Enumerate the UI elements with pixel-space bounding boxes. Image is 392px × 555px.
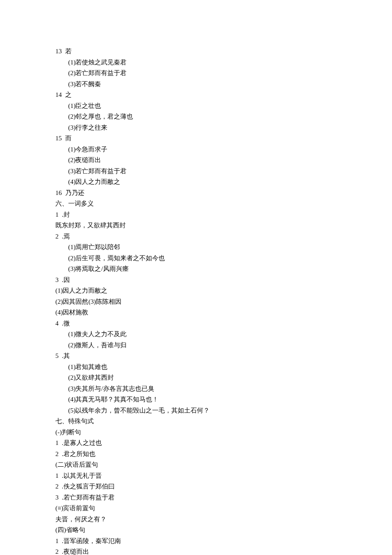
text-line: (-)判断句 [55,427,392,438]
text-line: 4 .微 [55,318,392,329]
text-line: (1)微夫人之力不及此 [55,329,392,340]
text-line: 3 .若亡郑而有益于君 [55,492,392,503]
text-line: (3)失其所与/亦各言其志也已臭 [55,384,392,395]
text-line: (2)后生可畏，焉知来者之不如今也 [55,253,392,264]
text-line: 六、一词多义 [55,198,392,209]
text-line: (3)若不阙秦 [55,79,392,90]
text-line: (四)省略句 [55,525,392,536]
text-line: 2 .焉 [55,231,392,242]
text-line: (5)以残年余力，曾不能毁山之一毛，其如土石何？ [55,405,392,416]
text-line: (1)若使烛之武见秦君 [55,57,392,68]
text-line: (4)因人之力而敝之 [55,177,392,188]
text-line: (2)微斯人，吾谁与归 [55,340,392,351]
text-line: (1)君知其难也 [55,362,392,373]
text-line: 夫晋，何厌之有？ [55,514,392,525]
text-line: (4)其真无马耶？其真不知马也！ [55,394,392,405]
text-line: (1)今急而求子 [55,144,392,155]
document-page: 13 若(1)若使烛之武见秦君(2)若亡郑而有益于君(3)若不阙秦14 之(1)… [0,0,392,555]
text-line: 13 若 [55,46,392,57]
text-line: (2)邻之厚也，君之薄也 [55,111,392,122]
text-line: (2)因其固然(3)陈陈相因 [55,296,392,308]
text-line: (1)焉用亡郑以陪邻 [55,242,392,253]
text-line: (2)夜缒而出 [55,155,392,166]
text-line: 5 .其 [55,351,392,362]
text-line: 2 .佚之狐言于郑伯曰 [55,481,392,492]
text-line: (3)将焉取之/风雨兴瘗 [55,264,392,275]
text-line: (1)因人之力而敝之 [55,285,392,296]
text-line: (≡)宾语前置句 [55,503,392,514]
text-line: 既东封郑，又欲肆其西封 [55,220,392,231]
text-line: 16 乃乃还 [55,188,392,199]
text-line: (2)若亡郑而有益于君 [55,68,392,79]
text-line: 1 .晋军函陵，秦军氾南 [55,536,392,547]
text-line: 14 之 [55,90,392,101]
text-line: 1 .封 [55,209,392,221]
text-line: 1 .以其无礼于晋 [55,471,392,482]
text-line: (3)若亡郑而有益于君 [55,166,392,177]
text-line: (3)行李之往来 [55,122,392,134]
text-line: 2 .夜缒而出 [55,546,392,555]
text-line: (二)状语后置句 [55,459,392,471]
text-line: 2 .君之所知也 [55,449,392,460]
text-line: (2)又欲肆其西封 [55,372,392,384]
text-line: 15 而 [55,133,392,144]
text-line: 3 .因 [55,275,392,286]
text-line: 七、特殊句式 [55,416,392,427]
text-line: (1)臣之壮也 [55,101,392,112]
text-line: 1 .是寡人之过也 [55,438,392,449]
text-line: (4)因材施教 [55,307,392,318]
